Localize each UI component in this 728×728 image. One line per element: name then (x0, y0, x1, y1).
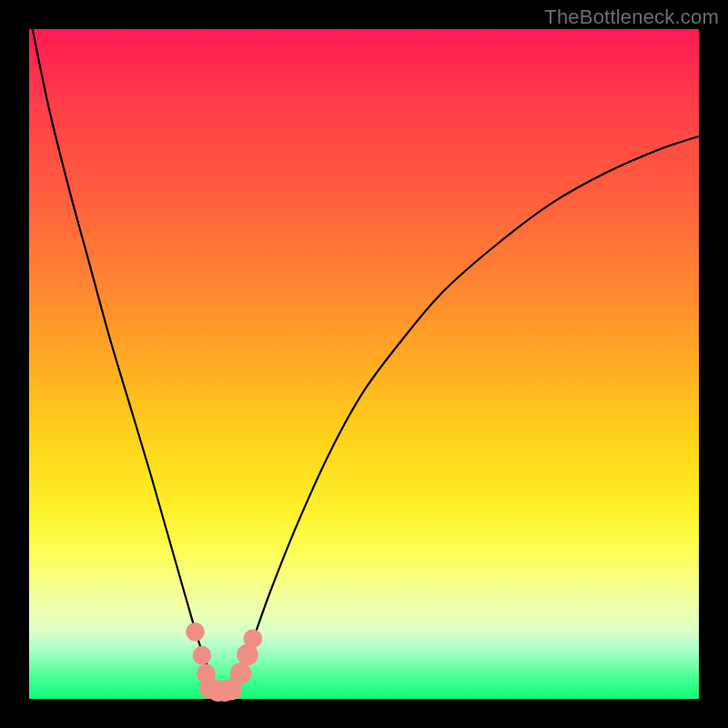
markers-group (186, 622, 262, 702)
data-marker (244, 629, 263, 648)
outer-frame: TheBottleneck.com (0, 0, 728, 728)
plot-area (29, 29, 699, 699)
watermark-text: TheBottleneck.com (544, 5, 719, 29)
data-marker (186, 622, 205, 642)
data-marker (193, 646, 212, 665)
data-marker (230, 662, 252, 684)
bottleneck-curve (33, 29, 699, 693)
chart-svg (29, 29, 699, 699)
